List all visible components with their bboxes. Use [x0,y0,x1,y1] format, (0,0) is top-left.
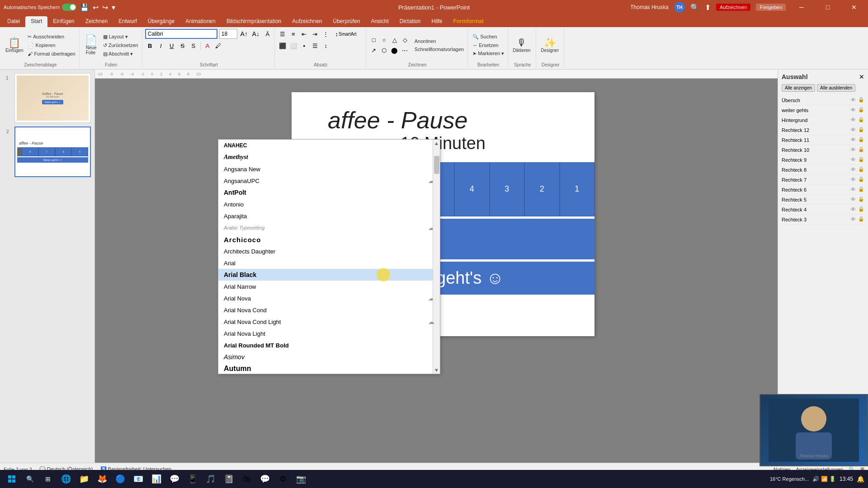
neue-folie-button[interactable]: 📄 NeueFolie [82,34,100,56]
font-item-antonio[interactable]: Antonio [218,198,440,210]
ersetzen-button[interactable]: ↔ Ersetzen [471,42,506,49]
lock-icon-hintergrund[interactable]: 🔒 [858,117,864,123]
search-icon[interactable]: 🔍 [690,3,699,12]
eye-icon-r5[interactable]: 👁 [850,196,856,203]
lock-icon-r7[interactable]: 🔒 [858,176,864,183]
tab-ansicht[interactable]: Ansicht [365,16,394,27]
lock-icon-r12[interactable]: 🔒 [858,127,864,133]
save-icon[interactable]: 💾 [80,3,89,12]
search-button[interactable]: 🔍 [22,471,38,487]
eye-icon-r7[interactable]: 👁 [850,176,856,183]
list-ul-button[interactable]: ☰ [278,29,288,39]
eye-icon-r8[interactable]: 👁 [850,166,856,173]
align-center-button[interactable]: ⬜ [288,41,298,51]
lock-icon-r3[interactable]: 🔒 [858,216,864,223]
italic-button[interactable]: I [156,41,166,51]
tab-start[interactable]: Start [25,16,47,27]
tab-formformat[interactable]: Formformat [448,16,489,27]
tab-datei[interactable]: Datei [2,16,25,27]
bold-button[interactable]: B [145,41,155,51]
font-name-input[interactable]: Calibri [145,29,217,39]
markieren-button[interactable]: ➤ Markieren ▾ [471,50,506,57]
font-size-input[interactable]: 18 [219,29,237,39]
eye-icon-r11[interactable]: 👁 [850,136,856,143]
close-button[interactable]: ✕ [844,0,864,14]
camera-button[interactable]: 📷 [293,471,309,487]
shape-more[interactable]: ⋯ [400,46,410,56]
redo-icon[interactable]: ↪ [102,3,108,12]
eye-icon-r4[interactable]: 👁 [850,206,856,213]
onenote-button[interactable]: 📓 [221,471,237,487]
font-item-arial-nova[interactable]: Arial Nova ☁ [218,292,440,304]
scroll-down-icon[interactable]: ▼ [433,366,440,374]
tab-aufzeichnen[interactable]: Aufzeichnen [287,16,327,27]
list-ol-button[interactable]: ≡ [288,29,298,39]
align-left-button[interactable]: ⬛ [278,41,288,51]
terminal-button[interactable]: ⚙ [275,471,291,487]
share-icon[interactable]: ⬆ [705,3,711,12]
undo-icon[interactable]: ↩ [93,3,99,12]
designer-button[interactable]: ✨ Designer [539,37,561,54]
lock-icon-uebersch[interactable]: 🔒 [858,97,864,103]
font-item-autumn[interactable]: Autumn [218,363,440,374]
font-item-amethyst[interactable]: Amethyst [218,151,440,163]
kopieren-button[interactable]: 📄 Kopieren [26,42,77,49]
shape-6[interactable]: ⬡ [379,46,389,56]
eye-icon-r10[interactable]: 👁 [850,146,856,153]
lock-icon-r8[interactable]: 🔒 [858,166,864,173]
lock-icon-r10[interactable]: 🔒 [858,146,864,153]
lock-icon-r5[interactable]: 🔒 [858,196,864,203]
font-dropdown-scrollbar[interactable]: ▲ ▼ [433,140,440,374]
zuruecksetzen-button[interactable]: ↺ Zurücksetzen [101,42,140,49]
slide-thumb-1[interactable]: 1 Kaffee - Pause 10 Minuten Weiter geht'… [14,73,91,123]
eye-icon-r12[interactable]: 👁 [850,127,856,133]
record-btn[interactable]: Aufzeichnen [716,4,751,11]
smartart-button[interactable]: SmartArt [343,29,353,39]
font-item-arial-rounded-mt-bold[interactable]: Arial Rounded MT Bold [218,339,440,351]
firefox-button[interactable]: 🦊 [94,471,110,487]
eye-icon-r6[interactable]: 👁 [850,186,856,193]
font-item-arial-nova-light[interactable]: Arial Nova Light [218,328,440,339]
discord-button[interactable]: 💬 [257,471,273,487]
font-item-arial-nova-cond-light[interactable]: Arial Nova Cond Light ☁ Baby Kruffy [218,316,440,328]
einfuegen-button[interactable]: 📋 Einfügen [4,37,25,54]
font-item-archicoco[interactable]: Archicoco [218,234,440,245]
chrome-button[interactable]: 🔵 [112,471,128,487]
tab-entwurf[interactable]: Entwurf [113,16,142,27]
taskview-button[interactable]: ⊞ [40,471,56,487]
lock-icon-r4[interactable]: 🔒 [858,206,864,213]
font-color-button[interactable]: A [203,41,212,51]
format-uebertragen-button[interactable]: 🖌 Format übertragen [26,50,77,57]
lock-icon-r9[interactable]: 🔒 [858,156,864,163]
panel-collapse-icon[interactable]: ✕ [859,73,864,80]
hide-all-button[interactable]: Alle ausblenden [817,84,855,92]
notification-icon[interactable]: 🔔 [857,475,864,483]
eye-icon-uebersch[interactable]: 👁 [850,97,856,103]
maximize-button[interactable]: □ [817,0,838,14]
teams-button[interactable]: 💬 [166,471,183,487]
anordnen-button[interactable]: Anordnen [413,38,466,45]
font-item-arial-narrow[interactable]: Arial Narrow [218,281,440,292]
indent-more-button[interactable]: ⇥ [310,29,320,39]
start-button[interactable] [4,471,20,487]
font-item-arabic-typesetting[interactable]: Arabic Typesetting ☁ [218,222,440,234]
tab-uebergaenge[interactable]: Übergänge [142,16,180,27]
shadow-button[interactable]: S [189,41,198,51]
scroll-thumb[interactable] [434,156,439,174]
font-item-arial-nova-cond[interactable]: Arial Nova Cond [218,304,440,316]
outlook-button[interactable]: 📧 [130,471,146,487]
lock-icon-r11[interactable]: 🔒 [858,136,864,143]
suchen-button[interactable]: 🔍 Suchen [471,33,506,41]
ausschneiden-button[interactable]: ✂ Ausschneiden [26,33,77,41]
lock-icon-weitergehts[interactable]: 🔒 [858,107,864,113]
store-button[interactable]: 🛍 [239,471,255,487]
scroll-up-icon[interactable]: ▲ [433,140,440,147]
powerpoint-button[interactable]: 📊 [148,471,165,487]
font-item-aparajita[interactable]: Aparajita [218,210,440,222]
align-right-button[interactable]: ▪ [299,41,309,51]
spotify-button[interactable]: 🎵 [203,471,219,487]
schnellformatvorlagen-button[interactable]: Schnellformatvorlagen [413,46,466,53]
font-item-angsanaupc[interactable]: AngsanaUPC ☁ [218,175,440,187]
minimize-button[interactable]: ─ [791,0,812,14]
eye-icon-r3[interactable]: 👁 [850,216,856,223]
